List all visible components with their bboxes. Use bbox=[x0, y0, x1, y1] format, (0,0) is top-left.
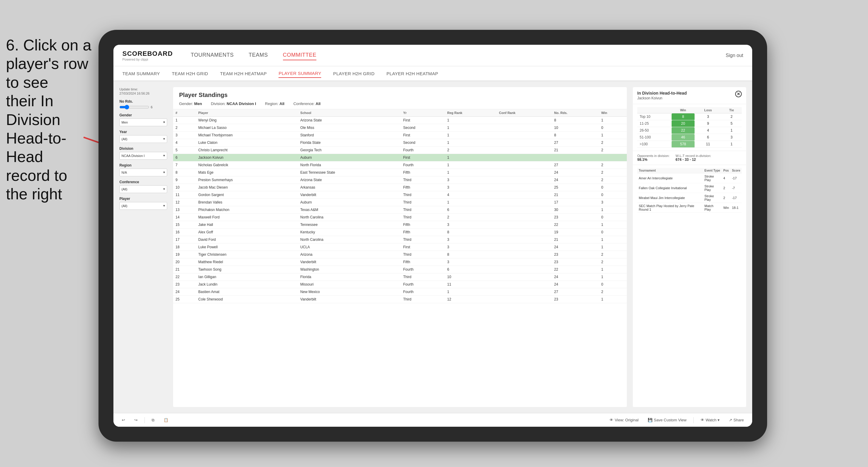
sub-navigation: TEAM SUMMARY TEAM H2H GRID TEAM H2H HEAT… bbox=[114, 66, 752, 81]
player-label: Player bbox=[119, 197, 167, 201]
table-row[interactable]: 11 Gordon Sargent Vanderbilt Third 4 21 … bbox=[173, 191, 627, 199]
instruction-text: 6. Click on a player's row to see their … bbox=[0, 36, 93, 204]
table-row[interactable]: 9 Preston Summerhays Arizona State Third… bbox=[173, 176, 627, 184]
conference-label: Conference bbox=[119, 180, 167, 184]
view-icon: 👁 bbox=[610, 418, 613, 422]
tournament-row: Amer Ari Intercollegiate Stroke Play 4 -… bbox=[637, 174, 742, 183]
view-original-button[interactable]: 👁 View: Original bbox=[607, 416, 641, 424]
table-row[interactable]: 4 Luke Claton Florida State Second 1 27 … bbox=[173, 139, 627, 147]
player-dropdown[interactable]: (All) ▾ bbox=[119, 202, 167, 210]
table-row[interactable]: 5 Christo Lamprecht Georgia Tech Fourth … bbox=[173, 147, 627, 154]
subnav-player-h2h-heatmap[interactable]: PLAYER H2H HEATMAP bbox=[386, 69, 438, 77]
table-row[interactable]: 18 Luke Powell UCLA First 3 24 1 bbox=[173, 244, 627, 251]
tour-col-type: Event Type bbox=[703, 168, 722, 174]
tournament-row: Fallen Oak Collegiate Invitational Strok… bbox=[637, 183, 742, 193]
division-filter-display: Division: NCAA Division I bbox=[211, 101, 256, 106]
share-button[interactable]: ↗ Share bbox=[726, 416, 746, 424]
subnav-team-h2h-grid[interactable]: TEAM H2H GRID bbox=[172, 69, 208, 77]
table-row[interactable]: 20 Matthew Riedel Vanderbilt Fifth 3 23 … bbox=[173, 258, 627, 266]
table-row[interactable]: 15 Jake Hall Tennessee Fifth 3 22 1 bbox=[173, 221, 627, 228]
table-row[interactable]: 3 Michael Thorbjornsen Stanford First 1 … bbox=[173, 132, 627, 139]
undo-button[interactable]: ↩ bbox=[119, 416, 127, 424]
table-row[interactable]: 23 Jack Lundin Missouri Fourth 11 24 0 bbox=[173, 281, 627, 288]
table-row[interactable]: 19 Tiger Christensen Arizona Third 8 23 … bbox=[173, 251, 627, 258]
paste-button[interactable]: 📋 bbox=[161, 416, 171, 424]
main-content: Update time: 27/03/2024 16:56:26 No Rds.… bbox=[114, 81, 752, 413]
year-dropdown[interactable]: (All) ▾ bbox=[119, 135, 167, 143]
division-dropdown[interactable]: NCAA Division I ▾ bbox=[119, 152, 167, 160]
subnav-player-h2h-grid[interactable]: PLAYER H2H GRID bbox=[333, 69, 374, 77]
subnav-team-h2h-heatmap[interactable]: TEAM H2H HEATMAP bbox=[220, 69, 267, 77]
table-row[interactable]: 17 David Ford North Carolina Third 3 21 … bbox=[173, 236, 627, 244]
h2h-panel: In Division Head-to-Head Jackson Koivun … bbox=[633, 87, 746, 407]
tournaments-table: Tournament Event Type Pos Score Amer Ari… bbox=[637, 168, 742, 213]
col-player: Player bbox=[196, 109, 298, 117]
nav-teams[interactable]: TEAMS bbox=[249, 51, 268, 60]
bottom-toolbar: ↩ ↪ ⧉ 📋 👁 View: Original 💾 Save Custom V… bbox=[114, 413, 752, 427]
table-row[interactable]: 24 Bastien Amat New Mexico Fourth 1 27 2 bbox=[173, 288, 627, 296]
region-filter: Region N/A ▾ bbox=[119, 163, 167, 176]
table-row[interactable]: 22 Ian Gilligan Florida Third 10 24 1 bbox=[173, 273, 627, 281]
col-rank: # bbox=[173, 109, 196, 117]
opponents-label: Opponents in division: bbox=[637, 154, 670, 158]
tournament-row: Mirabel Maui Jim Intercollegiate Stroke … bbox=[637, 193, 742, 203]
table-row[interactable]: 16 Alex Goff Kentucky Fifth 8 19 0 bbox=[173, 228, 627, 236]
table-row[interactable]: 1 Wenyi Ding Arizona State First 1 8 1 bbox=[173, 117, 627, 124]
player-filter: Player (All) ▾ bbox=[119, 197, 167, 210]
h2h-tournaments: Tournament Event Type Pos Score Amer Ari… bbox=[633, 165, 746, 407]
wlt-value: 674 - 33 - 12 bbox=[676, 158, 711, 162]
sign-out-button[interactable]: Sign out bbox=[725, 53, 743, 58]
no-rds-slider[interactable] bbox=[119, 105, 149, 110]
table-row[interactable]: 10 Jacob Mac Diesen Arkansas Fifth 3 25 … bbox=[173, 184, 627, 191]
nav-committee[interactable]: COMMITTEE bbox=[283, 51, 317, 60]
table-row[interactable]: 13 Phichaksn Maichon Texas A&M Third 6 3… bbox=[173, 206, 627, 214]
watch-dropdown-icon: ▾ bbox=[718, 418, 720, 422]
rank-row: 11-25 20 9 5 bbox=[637, 120, 742, 127]
table-row[interactable]: 14 Maxwell Ford North Carolina Third 2 2… bbox=[173, 214, 627, 221]
standings-table: # Player School Yr Reg Rank Conf Rank No… bbox=[173, 109, 627, 303]
table-row[interactable]: 2 Michael La Sasso Ole Miss Second 1 10 … bbox=[173, 124, 627, 132]
table-row[interactable]: 6 Jackson Koivun Auburn First 1 bbox=[173, 154, 627, 161]
table-row[interactable]: 21 Taehoon Song Washington Fourth 6 22 1 bbox=[173, 266, 627, 273]
standings-title: Player Standings bbox=[179, 92, 621, 98]
opponents-stat: Opponents in division: 98.1% bbox=[637, 154, 670, 162]
region-dropdown[interactable]: N/A ▾ bbox=[119, 168, 167, 176]
h2h-close-button[interactable]: ✕ bbox=[735, 91, 742, 97]
app-logo: SCOREBOARD Powered by clippi bbox=[122, 50, 173, 61]
table-row[interactable]: 8 Mats Ege East Tennessee State Fifth 1 … bbox=[173, 169, 627, 176]
nav-tournaments[interactable]: TOURNAMENTS bbox=[191, 51, 234, 60]
nav-items: TOURNAMENTS TEAMS COMMITTEE bbox=[191, 51, 725, 60]
copy-button[interactable]: ⧉ bbox=[149, 416, 157, 424]
tour-col-name: Tournament bbox=[637, 168, 703, 174]
watch-button[interactable]: 👁 Watch ▾ bbox=[698, 416, 722, 424]
update-time: Update time: 27/03/2024 16:56:26 bbox=[119, 87, 167, 96]
table-row[interactable]: 7 Nicholas Gabrelcik North Florida Fourt… bbox=[173, 161, 627, 169]
subnav-player-summary[interactable]: PLAYER SUMMARY bbox=[278, 69, 321, 78]
col-wins: Win bbox=[672, 107, 695, 114]
conference-dropdown[interactable]: (All) ▾ bbox=[119, 185, 167, 193]
table-header-row: # Player School Yr Reg Rank Conf Rank No… bbox=[173, 109, 627, 117]
col-yr: Yr bbox=[401, 109, 445, 117]
save-custom-button[interactable]: 💾 Save Custom View bbox=[645, 416, 689, 424]
rank-row: >100 578 11 1 bbox=[637, 141, 742, 148]
table-row[interactable]: 25 Cole Sherwood Vanderbilt Third 12 23 … bbox=[173, 296, 627, 303]
toolbar-sep-2 bbox=[693, 417, 694, 423]
h2h-player-name: Jackson Koivun bbox=[637, 96, 687, 100]
redo-button[interactable]: ↪ bbox=[132, 416, 140, 424]
col-school: School bbox=[298, 109, 401, 117]
col-win: Win bbox=[599, 109, 627, 117]
table-row[interactable]: 12 Brendan Valles Auburn Third 1 17 3 bbox=[173, 199, 627, 206]
rank-breakdown-table: Win Loss Tie Top 10 8 3 2 11-25 20 9 5 2… bbox=[637, 107, 742, 148]
no-rds-value: 6 bbox=[151, 105, 153, 109]
region-label: Region bbox=[119, 163, 167, 167]
subnav-team-summary[interactable]: TEAM SUMMARY bbox=[122, 69, 160, 77]
h2h-title: In Division Head-to-Head bbox=[637, 91, 687, 95]
tour-col-score: Score bbox=[731, 168, 742, 174]
gender-dropdown[interactable]: Men ▾ bbox=[119, 119, 167, 126]
logo-title: SCOREBOARD bbox=[122, 50, 173, 58]
standings-filter-row: Gender: Men Division: NCAA Division I Re… bbox=[179, 101, 621, 106]
no-rds-label: No Rds. bbox=[119, 99, 167, 103]
gender-filter-display: Gender: Men bbox=[179, 101, 202, 106]
tour-col-pos: Pos bbox=[722, 168, 731, 174]
h2h-rank-breakdown: Win Loss Tie Top 10 8 3 2 11-25 20 9 5 2… bbox=[633, 104, 746, 151]
